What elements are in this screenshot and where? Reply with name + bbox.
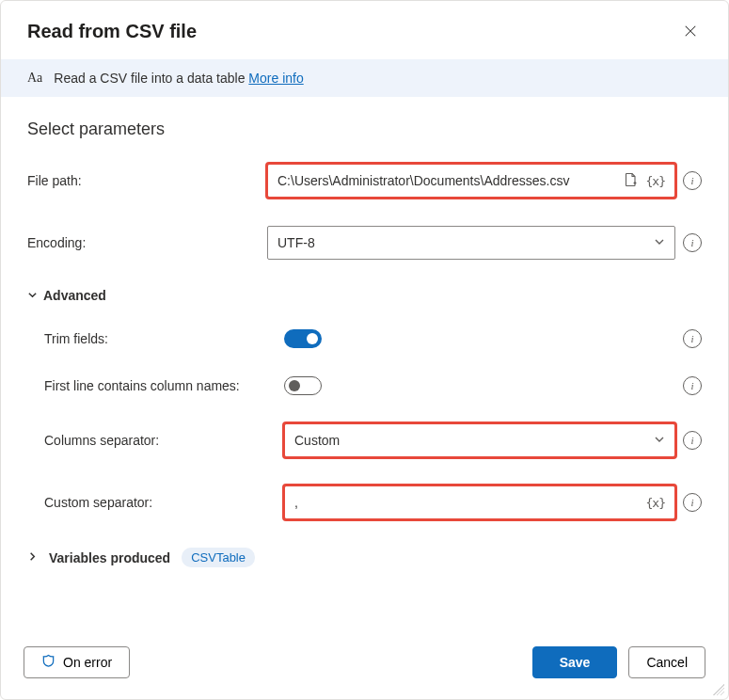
custom-separator-value: ,	[294, 495, 298, 510]
cancel-button[interactable]: Cancel	[628, 646, 705, 678]
trim-fields-label: Trim fields:	[44, 331, 275, 346]
variables-produced-row[interactable]: Variables produced CSVTable	[27, 548, 702, 567]
info-icon[interactable]: i	[683, 329, 702, 348]
chevron-down-icon	[27, 290, 38, 302]
row-file-path: File path: C:\Users\Administrator\Docume…	[27, 164, 702, 198]
advanced-label: Advanced	[43, 288, 106, 303]
resize-grip-icon[interactable]	[713, 684, 724, 695]
dialog-title: Read from CSV file	[27, 21, 197, 42]
info-icon[interactable]: i	[683, 431, 702, 450]
section-title: Select parameters	[27, 119, 702, 139]
info-icon[interactable]: i	[683, 171, 702, 190]
first-line-label: First line contains column names:	[44, 378, 275, 393]
dialog-header: Read from CSV file	[1, 1, 728, 59]
columns-separator-label: Columns separator:	[44, 433, 275, 448]
variables-label: Variables produced	[49, 550, 170, 565]
encoding-value: UTF-8	[277, 235, 315, 250]
chevron-down-icon	[654, 434, 665, 448]
info-icon[interactable]: i	[683, 233, 702, 252]
info-icon[interactable]: i	[683, 376, 702, 395]
first-line-toggle[interactable]	[284, 376, 322, 395]
advanced-toggle[interactable]: Advanced	[27, 288, 702, 303]
file-path-label: File path:	[27, 173, 258, 188]
text-style-icon: Aa	[27, 71, 42, 86]
file-path-value: C:\Users\Administrator\Documents\Address…	[277, 173, 569, 188]
dialog-footer: On error Save Cancel	[1, 631, 728, 699]
on-error-label: On error	[63, 655, 112, 670]
file-picker-icon[interactable]	[624, 172, 639, 190]
variable-icon[interactable]: {x}	[646, 174, 665, 188]
variable-icon[interactable]: {x}	[646, 496, 665, 510]
read-csv-dialog: Read from CSV file Aa Read a CSV file in…	[0, 0, 729, 700]
more-info-link[interactable]: More info	[248, 71, 303, 86]
save-button[interactable]: Save	[532, 646, 618, 678]
variable-pill[interactable]: CSVTable	[182, 548, 255, 567]
dialog-body: Select parameters File path: C:\Users\Ad…	[1, 97, 728, 631]
trim-fields-toggle[interactable]	[284, 329, 322, 348]
columns-separator-select[interactable]: Custom	[284, 423, 675, 457]
on-error-button[interactable]: On error	[24, 646, 130, 678]
encoding-label: Encoding:	[27, 235, 258, 250]
custom-separator-label: Custom separator:	[44, 495, 275, 510]
row-trim-fields: Trim fields: i	[27, 329, 702, 348]
row-custom-separator: Custom separator: , {x} i	[27, 485, 702, 519]
encoding-select[interactable]: UTF-8	[267, 226, 675, 260]
chevron-down-icon	[654, 236, 665, 250]
shield-icon	[41, 654, 55, 671]
chevron-right-icon	[27, 551, 38, 564]
custom-separator-input[interactable]: , {x}	[284, 485, 675, 519]
row-first-line: First line contains column names: i	[27, 376, 702, 395]
close-icon[interactable]	[679, 20, 702, 42]
info-banner: Aa Read a CSV file into a data table Mor…	[1, 59, 728, 97]
banner-text: Read a CSV file into a data table More i…	[54, 71, 303, 86]
info-icon[interactable]: i	[683, 493, 702, 512]
row-encoding: Encoding: UTF-8 i	[27, 226, 702, 260]
columns-separator-value: Custom	[294, 433, 340, 448]
file-path-input[interactable]: C:\Users\Administrator\Documents\Address…	[267, 164, 675, 198]
row-columns-separator: Columns separator: Custom i	[27, 423, 702, 457]
